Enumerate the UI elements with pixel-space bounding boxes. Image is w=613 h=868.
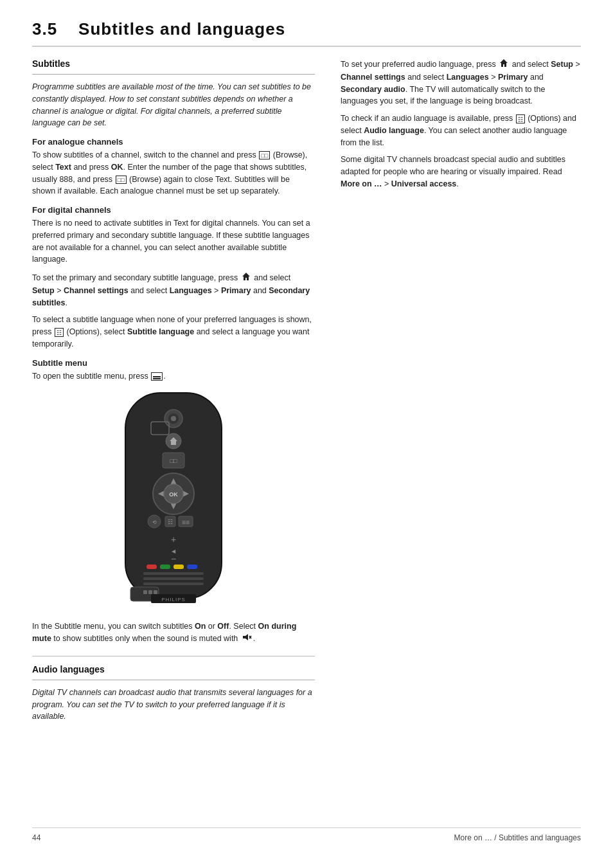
svg-text:☷: ☷ xyxy=(168,519,173,525)
subtitles-intro: Programme subtitles are available most o… xyxy=(32,81,315,129)
svg-rect-29 xyxy=(143,572,204,575)
svg-text:+: + xyxy=(171,534,176,545)
analogue-text: To show subtitles of a channel, switch t… xyxy=(32,149,315,197)
options-icon-2: ☷ xyxy=(516,114,525,123)
subtitle-menu-heading: Subtitle menu xyxy=(32,358,315,368)
content-area: Subtitles Programme subtitles are availa… xyxy=(32,59,581,812)
digital-text: There is no need to activate subtitles i… xyxy=(32,217,315,266)
primary-secondary-text: To set the primary and secondary subtitl… xyxy=(32,272,315,309)
remote-control-image: □□ OK ⟲ xyxy=(87,390,260,610)
browse-icon-2: □□ xyxy=(116,176,127,184)
page-footer: 44 More on … / Subtitles and languages xyxy=(32,827,581,842)
browse-icon-1: □□ xyxy=(259,151,270,159)
svg-rect-26 xyxy=(160,565,170,569)
svg-rect-28 xyxy=(187,565,197,569)
footer-navigation: More on … / Subtitles and languages xyxy=(454,833,581,842)
svg-rect-35 xyxy=(154,590,157,594)
home-icon-1 xyxy=(242,272,251,285)
svg-rect-27 xyxy=(173,565,184,569)
page: 3.5 Subtitles and languages Subtitles Pr… xyxy=(0,0,613,868)
audio-divider xyxy=(32,680,315,680)
footer-page-number: 44 xyxy=(32,833,40,842)
title-section: 3.5 Subtitles and languages xyxy=(32,19,581,47)
home-icon-2 xyxy=(499,59,508,71)
svg-text:−: − xyxy=(171,554,176,564)
page-title: 3.5 Subtitles and languages xyxy=(32,19,285,39)
left-column: Subtitles Programme subtitles are availa… xyxy=(32,59,315,812)
subtitles-divider xyxy=(32,74,315,75)
svg-rect-33 xyxy=(143,590,147,594)
svg-text:PHILIPS: PHILIPS xyxy=(161,597,186,602)
subtitle-menu-text: To open the subtitle menu, press . xyxy=(32,370,315,383)
options-icon-1: ☷ xyxy=(55,328,64,337)
title-text: Subtitles and languages xyxy=(78,19,285,39)
check-audio-available: To check if an audio language is availab… xyxy=(341,113,581,149)
svg-text:□□: □□ xyxy=(170,458,177,464)
set-preferred-audio: To set your preferred audio language, pr… xyxy=(341,59,581,107)
subtitles-heading: Subtitles xyxy=(32,59,315,69)
audio-section-divider xyxy=(32,656,315,656)
svg-marker-39 xyxy=(243,634,248,640)
title-number: 3.5 xyxy=(32,19,57,39)
svg-text:⟲: ⟲ xyxy=(152,520,157,525)
svg-rect-34 xyxy=(148,590,152,594)
svg-rect-30 xyxy=(143,577,204,580)
svg-text:☰☰: ☰☰ xyxy=(182,520,190,525)
after-image-text: In the Subtitle menu, you can switch sub… xyxy=(32,620,315,646)
mute-icon xyxy=(242,633,252,646)
select-lang-text: To select a subtitle language when none … xyxy=(32,314,315,350)
digital-broadcast-text: Some digital TV channels broadcast speci… xyxy=(341,154,581,190)
svg-marker-0 xyxy=(242,273,250,280)
audio-languages-heading: Audio languages xyxy=(32,664,315,674)
svg-rect-31 xyxy=(143,583,204,585)
analogue-heading: For analogue channels xyxy=(32,137,315,147)
right-column: To set your preferred audio language, pr… xyxy=(341,59,581,812)
audio-intro: Digital TV channels can broadcast audio … xyxy=(32,687,315,723)
subtitle-menu-icon xyxy=(151,372,163,381)
svg-point-4 xyxy=(171,416,176,421)
svg-rect-25 xyxy=(147,565,157,569)
digital-heading: For digital channels xyxy=(32,205,315,215)
svg-marker-42 xyxy=(500,59,508,67)
svg-text:OK: OK xyxy=(169,491,178,498)
